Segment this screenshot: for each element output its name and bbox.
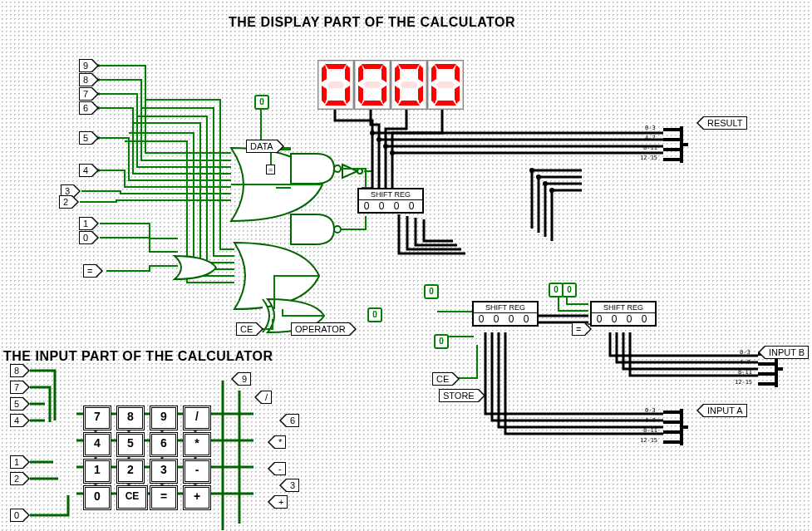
- pin-out-5: 5: [79, 131, 99, 145]
- splitter-result: 0-3 4-7 8-11 12-15: [663, 125, 688, 166]
- label-eq-small: =: [266, 165, 275, 175]
- pin-input-a: INPUT A: [696, 404, 747, 417]
- svg-marker-39: [418, 86, 423, 104]
- pin-in-9: 9: [231, 372, 251, 386]
- pin-out-2: 2: [59, 195, 79, 209]
- pin-in-0: 0: [10, 509, 30, 522]
- key-ce[interactable]: CE: [116, 485, 148, 510]
- svg-point-9: [543, 181, 548, 186]
- svg-marker-50: [436, 81, 455, 88]
- svg-marker-49: [431, 65, 436, 82]
- shift-reg-3: SHIFT REG 0 0 0 0: [590, 301, 657, 327]
- svg-marker-35: [358, 65, 363, 82]
- key-7[interactable]: 7: [83, 406, 111, 430]
- pin-in-2: 2: [10, 472, 30, 485]
- pin-in-plus: +: [268, 495, 288, 509]
- svg-point-1: [334, 226, 341, 233]
- pin-out-1: 1: [79, 217, 99, 230]
- svg-marker-38: [418, 65, 423, 82]
- svg-marker-31: [381, 65, 386, 82]
- constant-zero-4: 0: [434, 334, 449, 349]
- constant-zero-2: 0: [424, 284, 439, 299]
- seven-seg-digit-1: [354, 60, 391, 110]
- key-2[interactable]: 2: [116, 459, 145, 484]
- svg-marker-30: [362, 64, 383, 69]
- key-5[interactable]: 5: [116, 432, 145, 457]
- seven-seg-digit-2: [391, 60, 427, 110]
- svg-point-4: [376, 137, 381, 142]
- svg-marker-48: [431, 86, 436, 104]
- pin-out-eq: =: [83, 264, 103, 278]
- shift-reg-1: SHIFT REG 0 0 0 0: [357, 188, 424, 214]
- key-eq[interactable]: =: [150, 485, 178, 510]
- pin-result: RESULT: [696, 116, 747, 130]
- key-3[interactable]: 3: [150, 459, 178, 484]
- constant-zero-3: 0: [367, 307, 382, 322]
- pin-in-mul: *: [268, 435, 286, 449]
- pin-data: DATA: [246, 140, 284, 153]
- pin-in-minus: -: [268, 462, 286, 475]
- key-plus[interactable]: +: [183, 485, 211, 510]
- svg-marker-32: [381, 86, 386, 104]
- shift-reg-2: SHIFT REG 0 0 0 0: [472, 301, 539, 327]
- key-minus[interactable]: -: [183, 459, 211, 484]
- svg-point-6: [390, 150, 395, 155]
- svg-marker-29: [327, 81, 345, 88]
- svg-marker-46: [455, 86, 460, 104]
- pin-in-7: 7: [10, 381, 30, 394]
- svg-point-10: [549, 188, 554, 193]
- pin-out-6: 6: [79, 101, 99, 115]
- splitter-input-a: 0-3 4-7 8-11 12-15: [663, 407, 688, 449]
- constant-zero-1: 0: [254, 95, 269, 110]
- pin-in-8: 8: [10, 364, 30, 377]
- svg-marker-26: [325, 101, 347, 106]
- svg-marker-25: [345, 86, 350, 104]
- svg-marker-41: [395, 86, 400, 104]
- pin-out-4: 4: [79, 164, 99, 177]
- pin-in-3: 3: [279, 479, 299, 492]
- key-div[interactable]: /: [183, 406, 211, 430]
- key-mul[interactable]: *: [183, 432, 211, 457]
- svg-marker-45: [455, 65, 460, 82]
- svg-marker-42: [395, 65, 400, 82]
- svg-point-0: [334, 165, 341, 172]
- pin-in-6: 6: [279, 414, 299, 427]
- constant-zero-6: 0: [562, 283, 577, 297]
- svg-marker-44: [435, 64, 456, 69]
- schematic-canvas: THE DISPLAY PART OF THE CALCULATOR THE I…: [0, 0, 812, 531]
- pin-out-0: 0: [79, 231, 99, 244]
- svg-point-7: [529, 168, 534, 173]
- key-6[interactable]: 6: [150, 432, 178, 457]
- svg-marker-36: [363, 81, 381, 88]
- pin-operator: OPERATOR: [291, 322, 357, 336]
- key-8[interactable]: 8: [116, 406, 145, 430]
- pin-out-7: 7: [79, 87, 99, 101]
- pin-out-9: 9: [79, 59, 99, 72]
- svg-marker-43: [400, 81, 418, 88]
- svg-point-8: [536, 175, 541, 179]
- svg-marker-37: [398, 64, 420, 69]
- seven-seg-digit-3: [427, 60, 464, 110]
- pin-ce-mid: CE: [432, 372, 460, 386]
- svg-marker-40: [398, 101, 420, 106]
- pin-in-5: 5: [10, 397, 30, 411]
- key-1[interactable]: 1: [83, 459, 111, 484]
- pin-in-div: /: [254, 391, 272, 404]
- key-0[interactable]: 0: [83, 485, 111, 510]
- key-4[interactable]: 4: [83, 432, 111, 457]
- key-9[interactable]: 9: [150, 406, 178, 430]
- svg-marker-27: [322, 86, 327, 104]
- seven-seg-digit-0: [317, 60, 354, 110]
- pin-in-1: 1: [10, 455, 30, 469]
- svg-marker-24: [345, 65, 350, 82]
- svg-marker-28: [322, 65, 327, 82]
- svg-marker-23: [325, 64, 347, 69]
- svg-point-5: [383, 144, 388, 149]
- pin-in-4: 4: [10, 414, 30, 427]
- svg-marker-34: [358, 86, 363, 104]
- pin-out-8: 8: [79, 73, 99, 86]
- pin-eq-mid: =: [572, 322, 592, 336]
- svg-marker-47: [435, 101, 456, 106]
- pin-store: STORE: [439, 389, 485, 402]
- pin-input-b: INPUT B: [758, 346, 809, 359]
